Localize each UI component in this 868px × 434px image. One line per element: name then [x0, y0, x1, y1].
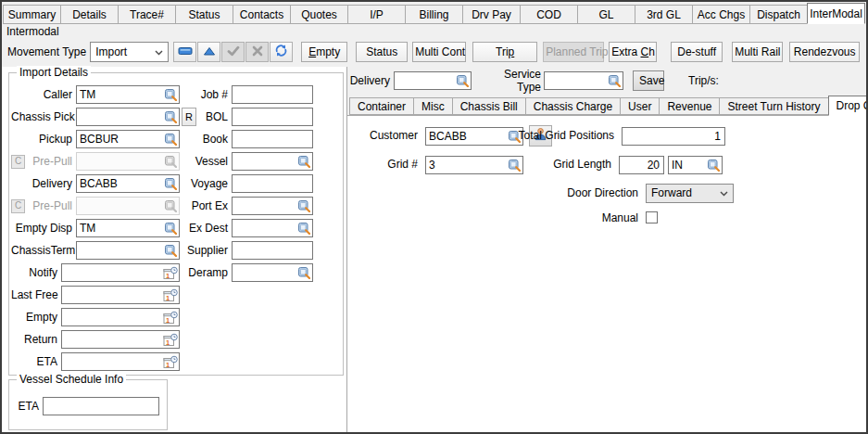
tab-acc-chgs[interactable]: Acc Chgs	[692, 5, 750, 24]
tab-drv-pay[interactable]: Drv Pay	[462, 5, 521, 24]
job-field[interactable]	[232, 85, 313, 104]
calendar-icon[interactable]: 1	[163, 266, 178, 280]
lookup-icon[interactable]	[706, 160, 721, 172]
empty-button[interactable]: Empty	[301, 42, 347, 62]
delivery-field[interactable]: BCABB	[76, 174, 180, 193]
movement-type-select[interactable]: Import	[90, 42, 169, 62]
supplier-label: Supplier	[182, 244, 232, 257]
return-row: Return 1	[11, 328, 180, 351]
tab-3rd-gl[interactable]: 3rd GL	[635, 5, 693, 24]
caller-field[interactable]: TM	[76, 85, 180, 104]
tab-gl[interactable]: GL	[577, 5, 635, 24]
tab-summary[interactable]: Summary	[3, 5, 61, 24]
deramp-field[interactable]	[232, 263, 313, 282]
lookup-icon[interactable]	[163, 245, 178, 257]
tab-misc[interactable]: Misc	[413, 97, 453, 115]
tab-quotes[interactable]: Quotes	[290, 5, 348, 24]
chassis-pick-field[interactable]	[76, 108, 180, 126]
tab-dispatch[interactable]: Dispatch	[749, 5, 808, 24]
lookup-icon[interactable]	[163, 89, 178, 101]
vessel-eta-field[interactable]	[43, 397, 159, 415]
up-arrow-button[interactable]	[197, 42, 220, 62]
lookup-icon[interactable]	[163, 223, 178, 235]
up-arrow-icon	[203, 45, 216, 59]
multi-rail-button[interactable]: Multi Rail	[732, 42, 783, 62]
bol-field[interactable]	[232, 108, 313, 126]
trip-button[interactable]: Trip	[472, 42, 537, 62]
voyage-field[interactable]	[232, 174, 313, 193]
refresh-button[interactable]	[270, 42, 293, 62]
save-button[interactable]: Save	[633, 70, 664, 91]
import-details-left-column: Caller TM Chassis Pick R Pickup BCBUR C	[11, 83, 180, 373]
tab-cod[interactable]: COD	[520, 5, 578, 24]
trip-header-row: Delivery Service Type Save Trip/s:	[347, 67, 868, 95]
supplier-field[interactable]	[232, 241, 313, 260]
lookup-icon[interactable]	[455, 75, 470, 87]
rendezvous-button[interactable]: Rendezvous	[789, 42, 860, 62]
chassis-term-field[interactable]	[76, 241, 180, 260]
tab-user[interactable]: User	[620, 97, 660, 115]
empty-date-field[interactable]: 1	[61, 308, 180, 326]
tab-contacts[interactable]: Contacts	[233, 5, 291, 24]
port-ex-field[interactable]	[232, 197, 313, 215]
return-field[interactable]: 1	[61, 330, 180, 349]
lookup-icon[interactable]	[296, 267, 311, 279]
tab-billing[interactable]: Billing	[405, 5, 463, 24]
vessel-row: Vessel	[182, 150, 313, 172]
vessel-field[interactable]	[232, 152, 313, 171]
pickup-field[interactable]: BCBUR	[76, 130, 180, 148]
tab-intermodal[interactable]: InterModal	[807, 3, 865, 24]
grid-length-field[interactable]: 20	[619, 156, 664, 174]
empty-disp-field[interactable]: TM	[76, 219, 180, 237]
lookup-icon[interactable]	[296, 156, 311, 168]
notify-field[interactable]: 1	[61, 263, 180, 282]
tab-details[interactable]: Details	[60, 5, 119, 24]
lookup-icon[interactable]	[163, 178, 178, 190]
total-grid-positions-field[interactable]: 1	[622, 127, 725, 146]
cancel-button	[245, 42, 269, 62]
import-details-panel: Import Details Caller TM Chassis Pick R …	[2, 67, 347, 432]
return-label: Return	[11, 333, 61, 346]
delivery-header-field[interactable]	[394, 71, 472, 90]
tab-ip[interactable]: I/P	[347, 5, 406, 24]
tab-chassis-charge[interactable]: Chassis Charge	[525, 97, 621, 115]
ex-dest-row: Ex Dest	[182, 217, 313, 239]
tab-street-turn-history[interactable]: Street Turn History	[719, 97, 828, 115]
tab-chassis-bill[interactable]: Chassis Bill	[452, 97, 526, 115]
tab-revenue[interactable]: Revenue	[659, 97, 720, 115]
calendar-icon[interactable]: 1	[163, 311, 178, 325]
vessel-eta-row: ETA	[15, 397, 159, 415]
bol-row: BOL	[182, 106, 313, 128]
bar-button[interactable]	[173, 42, 196, 62]
tab-drop-grid[interactable]: Drop Grid	[828, 96, 868, 116]
extra-ch-button[interactable]: Extra Ch	[609, 42, 657, 62]
eta-field[interactable]: 1	[61, 352, 180, 371]
last-free-field[interactable]: 1	[61, 286, 180, 304]
import-details-title: Import Details	[17, 66, 91, 79]
lookup-icon[interactable]	[607, 75, 622, 87]
vessel-label: Vessel	[182, 155, 232, 168]
grid-length-unit-field[interactable]: IN	[668, 156, 723, 174]
book-field[interactable]	[232, 130, 313, 148]
lookup-icon[interactable]	[163, 134, 178, 146]
de-stuff-button[interactable]: De-stuff	[671, 42, 723, 62]
ex-dest-field[interactable]	[232, 219, 313, 237]
lookup-icon[interactable]	[163, 111, 178, 123]
status-button[interactable]: Status	[356, 42, 408, 62]
calendar-icon[interactable]: 1	[163, 333, 178, 347]
lookup-icon[interactable]	[296, 200, 311, 212]
empty-date-row: Empty 1	[11, 306, 180, 328]
multi-cont-button[interactable]: Multi Cont	[412, 42, 466, 62]
manual-checkbox[interactable]	[646, 211, 658, 223]
calendar-icon[interactable]: 1	[163, 288, 178, 302]
lookup-icon[interactable]	[296, 223, 311, 235]
door-direction-select[interactable]: Forward	[646, 184, 734, 203]
pickup-row: Pickup BCBUR	[11, 128, 180, 150]
calendar-icon[interactable]: 1	[163, 355, 178, 369]
tab-status[interactable]: Status	[175, 5, 233, 24]
tab-container[interactable]: Container	[349, 97, 414, 115]
service-type-field[interactable]	[544, 71, 623, 90]
tab-trace[interactable]: Trace#	[118, 5, 176, 24]
ex-dest-label: Ex Dest	[182, 222, 232, 235]
chassis-pick-label: Chassis Pick	[11, 110, 76, 123]
